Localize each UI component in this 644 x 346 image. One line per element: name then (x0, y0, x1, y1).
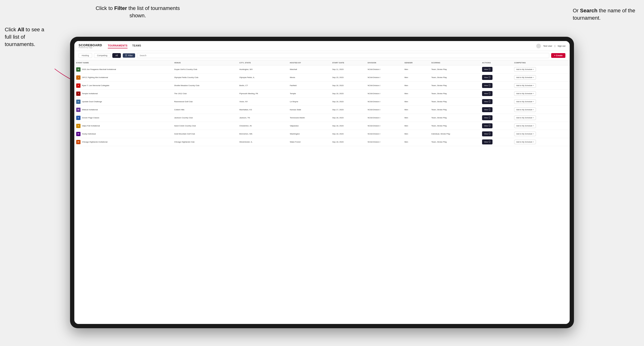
view-icon-5: ⓘ (488, 108, 490, 111)
cell-competing-9: Add to My Schedule + (512, 138, 570, 146)
add-schedule-button-8[interactable]: Add to My Schedule + (514, 132, 536, 136)
cell-hosted-9: Wake Forest (288, 138, 330, 146)
event-name-4: Upstate Dual Challenge (82, 101, 102, 103)
add-schedule-button-0[interactable]: Add to My Schedule + (514, 67, 536, 72)
cell-competing-0: Add to My Schedule + (512, 65, 570, 73)
add-schedule-button-9[interactable]: Add to My Schedule + (514, 140, 536, 144)
cell-competing-4: Add to My Schedule + (512, 98, 570, 106)
cell-event-name-5: W Wildcat Invitational (74, 106, 172, 114)
add-schedule-button-7[interactable]: Add to My Schedule + (514, 124, 536, 128)
view-icon-4: ⓘ (488, 100, 490, 103)
cell-gender-2: Men (402, 82, 429, 90)
table-row: W Chicago Highlands Invitational Chicago… (74, 138, 570, 146)
view-button-3[interactable]: View ⓘ (482, 91, 492, 96)
cell-venue-6: Jackson Country Club (172, 114, 238, 122)
view-button-2[interactable]: View ⓘ (482, 83, 492, 88)
view-button-6[interactable]: View ⓘ (482, 115, 492, 120)
view-button-7[interactable]: View ⓘ (482, 123, 492, 128)
cell-division-1: NCAA Division I (366, 73, 402, 82)
cell-date-2: Sep 16, 2023 (330, 82, 366, 90)
cell-date-6: Sep 18, 2023 (330, 114, 366, 122)
add-schedule-button-6[interactable]: Add to My Schedule + (514, 116, 536, 120)
cell-city-6: Jackson, TN (238, 114, 288, 122)
team-logo-4: U (76, 100, 80, 104)
add-schedule-button-3[interactable]: Add to My Schedule + (514, 91, 536, 96)
cell-hosted-0: Marshall (288, 65, 330, 73)
search-input[interactable] (137, 53, 549, 58)
cell-date-0: Sep 11, 2023 (330, 65, 366, 73)
sign-out-link[interactable]: Sign out (558, 45, 566, 47)
cell-hosted-4: Le Moyne (288, 98, 330, 106)
cell-competing-7: Add to My Schedule + (512, 122, 570, 130)
add-schedule-button-5[interactable]: Add to My Schedule + (514, 107, 536, 112)
cell-action-1: View ⓘ (480, 73, 512, 82)
col-venue: VENUE (172, 60, 238, 65)
tablet-screen: SCOREBOARD Powered by clipp TOURNAMENTS … (74, 41, 570, 324)
cell-date-4: Sep 16, 2023 (330, 98, 366, 106)
logo-subtitle: Powered by clipp (78, 47, 102, 48)
filter-label: Filter (128, 54, 133, 57)
cell-action-7: View ⓘ (480, 122, 512, 130)
cell-city-9: Westchester, IL (238, 138, 288, 146)
cell-scoring-3: Team, Stroke Play (430, 90, 480, 98)
add-schedule-button-2[interactable]: Add to My Schedule + (514, 83, 536, 88)
cell-competing-6: Add to My Schedule + (512, 114, 570, 122)
event-name-7: Valpo Fall Invitational (82, 125, 100, 127)
cell-hosted-8: Washington (288, 130, 330, 138)
all-tab[interactable]: All (112, 53, 121, 58)
competing-tab[interactable]: Competing (94, 53, 111, 58)
col-hosted-by: HOSTED BY (288, 60, 330, 65)
filter-button[interactable]: ☰ Filter (123, 53, 135, 58)
team-logo-8: W (76, 132, 80, 136)
event-name-6: Grover Page Classic (82, 117, 99, 119)
create-button[interactable]: + Create (551, 53, 566, 58)
view-button-8[interactable]: View ⓘ (482, 131, 492, 136)
cell-action-2: View ⓘ (480, 82, 512, 90)
nav-teams[interactable]: TEAMS (132, 43, 141, 48)
header-right: Test User | Sign out (536, 44, 566, 48)
cell-hosted-6: Tennessee-Martin (288, 114, 330, 122)
cell-scoring-2: Team, Stroke Play (430, 82, 480, 90)
tablet-frame: SCOREBOARD Powered by clipp TOURNAMENTS … (70, 37, 574, 328)
cell-scoring-9: Team, Stroke Play (430, 138, 480, 146)
cell-division-4: NCAA Division I (366, 98, 402, 106)
cell-division-8: NCAA Division I (366, 130, 402, 138)
cell-gender-8: Men (402, 130, 429, 138)
cell-event-name-9: W Chicago Highlands Invitational (74, 138, 172, 146)
view-button-9[interactable]: View ⓘ (482, 140, 492, 145)
filter-bar: Hosting Competing All ☰ Filter + Create (74, 51, 570, 60)
event-name-9: Chicago Highlands Invitational (82, 141, 108, 143)
user-text: Test User (543, 45, 552, 47)
annotation-topmid: Click to Filter the list of tournaments … (92, 5, 183, 19)
cell-scoring-4: Team, Stroke Play (430, 98, 480, 106)
cell-hosted-2: Fairfield (288, 82, 330, 90)
table-header-row: EVENT NAME VENUE CITY, STATE HOSTED BY S… (74, 60, 570, 65)
cell-city-5: Manhattan, KS (238, 106, 288, 114)
nav-tournaments[interactable]: TOURNAMENTS (108, 43, 128, 48)
add-schedule-button-4[interactable]: Add to My Schedule + (514, 99, 536, 104)
cell-venue-0: Guyan Golf & Country Club (172, 65, 238, 73)
cell-date-1: Sep 15, 2023 (330, 73, 366, 82)
hosting-tab[interactable]: Hosting (78, 53, 92, 58)
col-division: DIVISION (366, 60, 402, 65)
cell-gender-1: Men (402, 73, 429, 82)
view-button-0[interactable]: View ⓘ (482, 67, 492, 72)
add-schedule-button-1[interactable]: Add to My Schedule + (514, 75, 536, 80)
view-icon-6: ⓘ (488, 116, 490, 119)
view-button-4[interactable]: View ⓘ (482, 99, 492, 104)
table-row: F Ryan T. Lee Memorial Collegiate Shuttl… (74, 82, 570, 90)
cell-date-3: Sep 16, 2023 (330, 90, 366, 98)
cell-date-9: Sep 18, 2023 (330, 138, 366, 146)
cell-city-7: Chesterton, IN (238, 122, 288, 130)
view-button-1[interactable]: View ⓘ (482, 75, 492, 80)
cell-scoring-5: Team, Stroke Play (430, 106, 480, 114)
cell-gender-5: Men (402, 106, 429, 114)
team-logo-0: M (76, 67, 80, 72)
cell-gender-4: Men (402, 98, 429, 106)
cell-division-0: NCAA Division I (366, 65, 402, 73)
view-button-5[interactable]: View ⓘ (482, 107, 492, 112)
cell-venue-3: The 1912 Club (172, 90, 238, 98)
cell-competing-5: Add to My Schedule + (512, 106, 570, 114)
cell-city-0: Huntington, WV (238, 65, 288, 73)
table-row: V Grover Page Classic Jackson Country Cl… (74, 114, 570, 122)
